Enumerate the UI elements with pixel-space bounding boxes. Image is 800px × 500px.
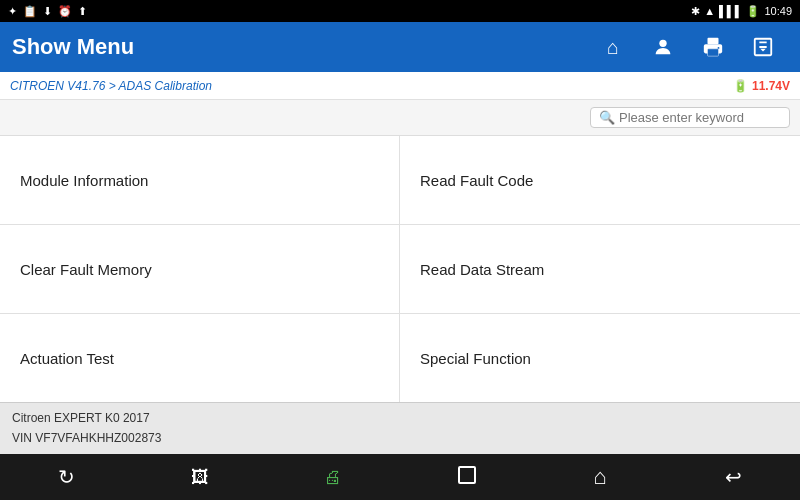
nav-image-button[interactable]: 🖼 [170, 454, 230, 500]
menu-item-label: Clear Fault Memory [20, 261, 152, 278]
menu-item-clear-fault[interactable]: Clear Fault Memory [0, 225, 400, 314]
menu-item-label: Module Information [20, 172, 148, 189]
search-input[interactable] [619, 110, 781, 125]
menu-grid: Module Information Read Fault Code Clear… [0, 136, 800, 402]
search-icon: 🔍 [599, 110, 615, 125]
battery-status-icon: 🔋 [746, 5, 760, 18]
header-icon-group: ⌂ [588, 22, 788, 72]
menu-item-label: Special Function [420, 350, 531, 367]
home-button[interactable]: ⌂ [588, 22, 638, 72]
bt-icon: ✦ [8, 5, 17, 18]
header: Show Menu ⌂ [0, 22, 800, 72]
menu-item-read-data-stream[interactable]: Read Data Stream [400, 225, 800, 314]
time-display: 10:49 [764, 5, 792, 17]
signal-icon: ▌▌▌ [719, 5, 742, 17]
menu-item-actuation-test[interactable]: Actuation Test [0, 314, 400, 402]
menu-item-special-function[interactable]: Special Function [400, 314, 800, 402]
battery-icon: 🔋 [733, 79, 748, 93]
nav-square-button[interactable] [437, 454, 497, 500]
notification-icon: 📋 [23, 5, 37, 18]
wifi-status-icon: ▲ [704, 5, 715, 17]
clock-icon: ⏰ [58, 5, 72, 18]
menu-item-label: Read Fault Code [420, 172, 533, 189]
svg-rect-3 [708, 49, 719, 56]
status-bar-left: ✦ 📋 ⬇ ⏰ ⬆ [8, 5, 87, 18]
breadcrumb: CITROEN V41.76 > ADAS Calibration [10, 79, 212, 93]
home-nav-icon: ⌂ [593, 464, 606, 490]
menu-item-label: Actuation Test [20, 350, 114, 367]
nav-refresh-button[interactable]: ↻ [37, 454, 97, 500]
nav-home-button[interactable]: ⌂ [570, 454, 630, 500]
search-bar: 🔍 [0, 100, 800, 136]
refresh-icon: ↻ [58, 465, 75, 489]
breadcrumb-bar: CITROEN V41.76 > ADAS Calibration 🔋 11.7… [0, 72, 800, 100]
back-icon: ↩ [725, 465, 742, 489]
battery-info: 🔋 11.74V [733, 79, 790, 93]
square-icon [458, 466, 476, 489]
svg-rect-1 [708, 38, 719, 44]
vehicle-vin: VIN VF7VFAHKHHZ002873 [12, 429, 788, 448]
vehicle-name: Citroen EXPERT K0 2017 [12, 409, 788, 428]
page-title: Show Menu [12, 34, 588, 60]
printer-icon: 🖨 [324, 467, 342, 488]
upload-icon: ⬆ [78, 5, 87, 18]
status-bar: ✦ 📋 ⬇ ⏰ ⬆ ✱ ▲ ▌▌▌ 🔋 10:49 [0, 0, 800, 22]
profile-button[interactable] [638, 22, 688, 72]
print-button[interactable] [688, 22, 738, 72]
download-icon: ⬇ [43, 5, 52, 18]
nav-back-button[interactable]: ↩ [703, 454, 763, 500]
menu-item-label: Read Data Stream [420, 261, 544, 278]
export-button[interactable] [738, 22, 788, 72]
svg-point-5 [718, 47, 720, 49]
bluetooth-status-icon: ✱ [691, 5, 700, 18]
footer-info: Citroen EXPERT K0 2017 VIN VF7VFAHKHHZ00… [0, 402, 800, 454]
menu-item-module-info[interactable]: Module Information [0, 136, 400, 225]
image-icon: 🖼 [191, 467, 209, 488]
nav-printer-button[interactable]: 🖨 [303, 454, 363, 500]
nav-bar: ↻ 🖼 🖨 ⌂ ↩ [0, 454, 800, 500]
menu-item-read-fault-code[interactable]: Read Fault Code [400, 136, 800, 225]
status-bar-right: ✱ ▲ ▌▌▌ 🔋 10:49 [691, 5, 792, 18]
svg-point-0 [659, 40, 666, 47]
battery-voltage: 11.74V [752, 79, 790, 93]
search-wrap[interactable]: 🔍 [590, 107, 790, 128]
